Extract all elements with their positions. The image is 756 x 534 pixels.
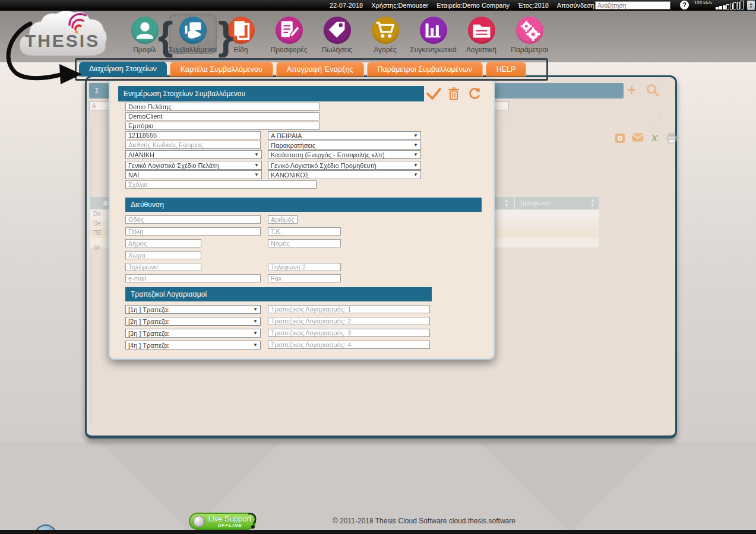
status-value: Κατάσταση (Ενεργός - Επισφαλής κλπ) xyxy=(271,151,385,158)
price-category-select[interactable]: ΛΙΑΝΙΚΗ ▼ xyxy=(125,150,262,159)
parameters-gears-icon xyxy=(516,17,543,44)
bottom-bar xyxy=(0,530,756,534)
caret-icon: ▼ xyxy=(254,172,259,177)
nav-item-summaries[interactable]: Συγκεντρωτικά xyxy=(409,14,457,54)
tab-help[interactable]: HELP xyxy=(486,62,527,77)
nav-item-parameters[interactable]: Παράμετροι xyxy=(505,14,553,54)
nav-item-accounting[interactable]: Λογιστική xyxy=(457,14,505,54)
activity-field[interactable] xyxy=(125,122,320,130)
sales-tag-icon xyxy=(324,17,351,44)
email-field[interactable] xyxy=(125,274,261,282)
nav-item-sales[interactable]: Πωλήσεις xyxy=(313,14,361,54)
bank4-account-field[interactable] xyxy=(268,341,430,349)
nav-item-items[interactable]: Είδη xyxy=(217,14,265,54)
bank2-select[interactable]: [2η ] Τραπεζα: ▼ xyxy=(125,317,261,326)
print-icon[interactable] xyxy=(666,133,677,144)
street-field[interactable] xyxy=(125,215,261,224)
excel-export-icon[interactable]: X xyxy=(649,133,660,144)
address-section-header: Διεύθυνση xyxy=(125,198,482,212)
add-record-icon[interactable]: + xyxy=(627,81,636,99)
global-search-input[interactable] xyxy=(595,1,670,9)
session-date: 22-07-2018 xyxy=(330,2,363,9)
header-circle-icon xyxy=(103,201,109,206)
settings-icon[interactable] xyxy=(615,133,625,144)
vat-regime-select[interactable]: ΚΑΝΟΝΙΚΟΣ ▼ xyxy=(268,170,421,179)
nav-label: Λογιστική xyxy=(457,46,505,54)
bank2-account-field[interactable] xyxy=(268,317,430,325)
alias-field[interactable] xyxy=(125,112,320,120)
country-field[interactable] xyxy=(125,251,201,259)
logo-wordmark: THESIS xyxy=(15,31,110,51)
withholdings-select[interactable]: Παρακρατήσεις ▼ xyxy=(268,141,421,150)
nav-item-profile[interactable]: Προφίλ xyxy=(121,14,169,54)
offers-icon xyxy=(276,17,303,44)
bank1-select[interactable]: [1η ] Τραπεζα: ▼ xyxy=(125,305,261,314)
banks-section-header: Τραπεζικοί Λογαριασμοί xyxy=(125,287,432,301)
nav-label: Προσφορές xyxy=(265,46,313,54)
vat-number-field[interactable] xyxy=(125,131,261,139)
bank1-value: [1η ] Τραπεζα: xyxy=(128,306,170,313)
status-select[interactable]: Κατάσταση (Ενεργός - Επισφαλής κλπ) ▼ xyxy=(268,150,421,159)
undo-icon[interactable] xyxy=(469,87,482,103)
purchases-cart-icon xyxy=(372,17,399,44)
tax-office-select[interactable]: Α ΠΕΙΡΑΙΑ ▼ xyxy=(268,131,421,140)
bank4-select[interactable]: [4η ] Τραπεζα: ▼ xyxy=(125,341,261,349)
sort-icon[interactable]: ▲▼ xyxy=(504,198,509,208)
nav-label: Πωλήσεις xyxy=(313,46,361,54)
spinner-down-icon[interactable]: ▼ xyxy=(749,5,753,9)
bank3-account-field[interactable] xyxy=(268,329,430,337)
tab-contractor-card[interactable]: Καρτέλα Συμβαλλόμενου xyxy=(170,62,273,77)
bank3-value: [3η ] Τραπεζα: xyxy=(128,330,170,337)
zip-field[interactable] xyxy=(268,227,341,236)
tab-contractor-parameters[interactable]: Παράμετροι Συμβαλλομένων xyxy=(367,62,483,77)
nav-item-purchases[interactable]: Αγορές xyxy=(361,14,409,54)
nav-label: Συμβαλλόμενοι xyxy=(169,46,217,54)
copyright-text: © 2011-2018 Thesis Cloud Software cloud.… xyxy=(333,517,515,525)
nav-label: Αγορές xyxy=(361,46,409,54)
active-flag-select[interactable]: ΝΑΙ ▼ xyxy=(125,170,262,179)
caret-icon: ▼ xyxy=(413,142,418,148)
header-band: THESIS Προφίλ Συμβαλλόμενοι Είδη Προσφορ… xyxy=(0,11,756,62)
help-icon[interactable]: ? xyxy=(680,1,689,9)
search-records-icon[interactable] xyxy=(646,83,660,100)
session-user: Χρήστης:Demouser xyxy=(371,2,428,9)
edit-contractor-dialog: Ενημέρωση Στοιχείων Συμβαλλόμενου Α ΠΕΙΡ… xyxy=(109,79,495,360)
session-year: Έτος:2018 xyxy=(518,2,549,9)
summaries-chart-icon xyxy=(420,17,447,44)
logout-link[interactable]: Αποσύνδεση xyxy=(557,2,594,9)
caret-icon: ▼ xyxy=(413,152,418,157)
municipality-field[interactable] xyxy=(125,239,201,247)
live-support-badge[interactable]: Live Support OFFLINE xyxy=(189,513,256,530)
session-company: Εταιρεία:Demo Company xyxy=(436,2,510,9)
gl-plan-customer-select[interactable]: Γενικό Λογιστικό Σχέδιο Πελάτη ▼ xyxy=(125,161,262,170)
nav-item-contractors[interactable]: Συμβαλλόμενοι xyxy=(169,14,217,54)
name-field[interactable] xyxy=(125,103,320,111)
tab-opening-inventory[interactable]: Απογραφή Έναρξης xyxy=(276,62,364,77)
gl-plan-customer-value: Γενικό Λογιστικό Σχέδιο Πελάτη xyxy=(128,162,219,169)
email-icon[interactable] xyxy=(632,133,643,144)
comments-field[interactable] xyxy=(125,180,317,189)
tab-bar: Διαχείριση Στοιχείων Καρτέλα Συμβαλλόμεν… xyxy=(79,62,526,77)
scroll-spinner[interactable]: ▲ ▼ xyxy=(747,1,755,10)
bank1-account-field[interactable] xyxy=(268,305,430,313)
delete-icon[interactable] xyxy=(448,87,460,103)
city-field[interactable] xyxy=(125,227,261,236)
caret-icon: ▼ xyxy=(413,163,418,168)
caret-icon: ▼ xyxy=(413,133,418,138)
list-toolbar: X xyxy=(615,133,677,144)
fax-field[interactable] xyxy=(268,274,341,282)
nav-item-offers[interactable]: Προσφορές xyxy=(265,14,313,54)
bank3-select[interactable]: [3η ] Τραπεζα: ▼ xyxy=(125,329,261,338)
sort-icon[interactable]: ▲▼ xyxy=(590,198,595,208)
phone-field[interactable] xyxy=(125,263,201,271)
prefecture-field[interactable] xyxy=(268,239,341,247)
gl-plan-supplier-value: Γενικό Λογιστικό Σχέδιο Προμηθευτή xyxy=(271,162,377,169)
save-icon[interactable] xyxy=(426,87,442,103)
phone2-field[interactable] xyxy=(268,263,341,271)
gl-plan-supplier-select[interactable]: Γενικό Λογιστικό Σχέδιο Προμηθευτή ▼ xyxy=(268,161,421,170)
phone-column-header[interactable]: Τηλέφωνο xyxy=(519,197,550,209)
tab-manage-data[interactable]: Διαχείριση Στοιχείων xyxy=(79,62,167,77)
street-number-field[interactable] xyxy=(268,215,298,224)
intl-tax-code-field[interactable] xyxy=(125,141,261,149)
nav-label: Προφίλ xyxy=(121,46,169,54)
